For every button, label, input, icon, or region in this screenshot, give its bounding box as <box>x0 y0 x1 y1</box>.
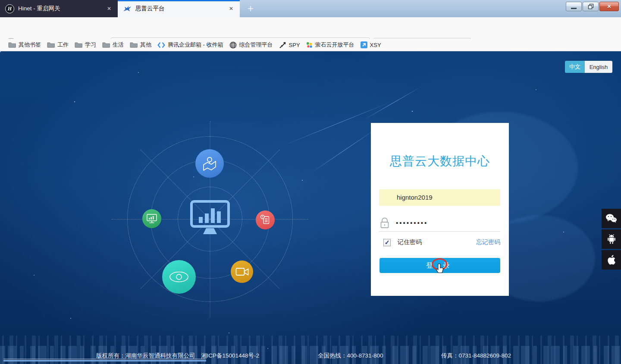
minimize-button[interactable] <box>566 2 582 11</box>
map-pin-icon <box>201 156 218 171</box>
close-window-button[interactable]: ✕ <box>599 2 619 11</box>
language-toggle: 中文 English <box>565 61 612 73</box>
mini-monitor-icon <box>146 213 157 224</box>
wechat-icon <box>605 213 617 223</box>
background-stars <box>0 51 1 52</box>
bookmark-ezviz-platform[interactable]: 萤石云开放平台 <box>303 40 358 50</box>
document-clock-icon <box>260 214 271 226</box>
hinet-favicon: H <box>5 4 14 13</box>
bookmarks-bar: 其他书签 工作 学习 生活 其他 腾讯企业邮箱 - 收件箱 综合管理平台 SP <box>0 39 621 51</box>
apple-app-link[interactable] <box>602 250 621 270</box>
login-button[interactable]: 登 录 <box>380 258 500 273</box>
map-location-node <box>195 149 224 178</box>
eye-icon <box>169 271 189 283</box>
folder-icon <box>130 42 138 48</box>
navigation-toolbar: iot.idosp.net/idosp/login.html 80% ••• 搜… <box>0 17 621 39</box>
remember-checkbox[interactable]: ✓ <box>383 239 391 246</box>
monitoring-node <box>162 260 196 294</box>
data-center-monitor-icon <box>189 200 231 238</box>
remember-label: 记住密码 <box>398 238 422 246</box>
footer-fax: 传真：0731-84882609-802 <box>441 352 511 360</box>
minimize-icon <box>571 8 577 9</box>
forgot-password-link[interactable]: 忘记密码 <box>476 238 500 246</box>
restore-icon <box>588 3 594 9</box>
video-camera-icon <box>235 267 249 276</box>
wechat-app-link[interactable] <box>602 209 621 228</box>
bookmark-folder-misc[interactable]: 其他 <box>127 40 154 50</box>
restore-button[interactable] <box>583 2 599 11</box>
lang-english-button[interactable]: English <box>585 61 612 73</box>
globe-icon <box>229 41 237 49</box>
bookmark-folder-life[interactable]: 生活 <box>99 40 127 50</box>
bookmark-tencent-mail[interactable]: 腾讯企业邮箱 - 收件箱 <box>154 40 226 50</box>
folder-icon <box>102 42 110 48</box>
remember-row: ✓ 记住密码 忘记密码 <box>379 238 500 246</box>
xsy-icon <box>361 41 367 48</box>
hand-cursor-icon <box>436 263 445 275</box>
tab-hinet[interactable]: H Hinet - 重启网关 ✕ <box>0 0 118 17</box>
bookmark-xsy[interactable]: XSY <box>358 40 384 50</box>
password-input[interactable]: ••••••••• <box>379 214 500 232</box>
tab-sipu-cloud[interactable]: 思普云平台 ✕ <box>118 0 240 17</box>
light-streak <box>309 126 381 174</box>
password-mask: ••••••••• <box>396 219 428 226</box>
foxmail-icon <box>157 42 165 48</box>
login-card: 思普云大数据中心 hignton2019 ••••••••• ✓ 记住密码 忘记… <box>371 123 509 296</box>
android-app-link[interactable] <box>602 229 621 249</box>
login-page: 中文 English <box>0 51 621 364</box>
bookmark-folder-study[interactable]: 学习 <box>72 40 99 50</box>
close-tab-icon[interactable]: ✕ <box>105 6 113 12</box>
report-node <box>256 210 275 229</box>
close-tab-icon[interactable]: ✕ <box>227 6 235 12</box>
dart-icon <box>279 41 286 49</box>
lock-icon <box>379 217 390 229</box>
titlebar: H Hinet - 重启网关 ✕ 思普云平台 ✕ + ✕ <box>0 0 621 17</box>
terminal-node <box>142 209 161 228</box>
android-icon <box>606 234 617 245</box>
bookmark-folder-work[interactable]: 工作 <box>44 40 72 50</box>
apple-icon <box>607 254 616 265</box>
footer-hotline: 全国热线：400-8731-800 <box>318 352 383 360</box>
username-input[interactable]: hignton2019 <box>379 189 500 206</box>
bookmark-management-platform[interactable]: 综合管理平台 <box>226 40 276 50</box>
new-tab-button[interactable]: + <box>243 3 258 16</box>
video-node <box>231 260 253 283</box>
sipu-favicon <box>123 5 132 13</box>
bookmark-spy[interactable]: SPY <box>276 40 303 50</box>
tab-title: 思普云平台 <box>135 5 227 13</box>
ezviz-icon <box>306 42 313 48</box>
light-streak <box>362 86 422 121</box>
login-title: 思普云大数据中心 <box>371 153 509 169</box>
folder-icon <box>8 42 16 48</box>
browser-window: H Hinet - 重启网关 ✕ 思普云平台 ✕ + ✕ <box>0 0 621 364</box>
folder-icon <box>75 42 82 48</box>
loading-progress-line <box>3 359 206 361</box>
lang-chinese-button[interactable]: 中文 <box>565 61 585 73</box>
tab-title: Hinet - 重启网关 <box>18 5 105 13</box>
bookmark-folder-other-bookmarks[interactable]: 其他书签 <box>5 40 44 50</box>
folder-icon <box>47 42 55 48</box>
